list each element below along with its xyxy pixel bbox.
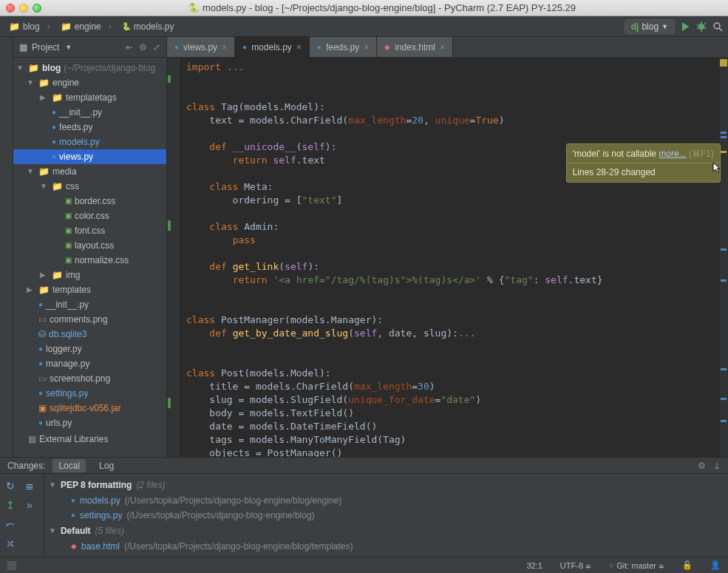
main-toolbar: 📁blog 📁engine 🐍models.py dj blog ▼ xyxy=(0,16,728,37)
library-icon: ▦ xyxy=(28,432,36,447)
close-tab-icon[interactable]: × xyxy=(440,42,445,52)
css-file-icon: ▣ xyxy=(65,223,72,238)
run-icon[interactable] xyxy=(679,21,691,33)
window-title: 🐍 models.py - blog - [~/Projects/django-… xyxy=(41,2,722,13)
tree-item[interactable]: 📁engine xyxy=(13,75,166,90)
python-file-icon: ● xyxy=(242,43,247,51)
breadcrumb-item[interactable]: 📁engine xyxy=(56,20,116,33)
minimize-window-icon[interactable] xyxy=(19,4,28,13)
svg-point-1 xyxy=(714,23,720,29)
commit-icon[interactable]: ↥ xyxy=(3,498,18,512)
python-file-icon: ● xyxy=(52,120,56,135)
changelist-item[interactable]: ●settings.py (/Users/topka/Projects/djan… xyxy=(44,508,728,523)
editor-tab[interactable]: ◆index.html× xyxy=(377,37,453,57)
close-tab-icon[interactable]: × xyxy=(364,42,369,52)
editor-tab[interactable]: ●feeds.py× xyxy=(310,37,377,57)
tree-item[interactable]: 📁templates xyxy=(13,282,166,297)
breadcrumb-item[interactable]: 🐍models.py xyxy=(118,20,186,33)
breadcrumb: 📁blog 📁engine 🐍models.py xyxy=(4,20,186,33)
changelist-group[interactable]: ▼Default (5 files) xyxy=(44,523,728,539)
caret-position[interactable]: 32:1 xyxy=(526,561,542,570)
tooltip-more-link[interactable]: more... xyxy=(659,149,686,159)
tree-item[interactable]: ▣layout.css xyxy=(13,238,166,253)
close-tab-icon[interactable]: × xyxy=(222,42,227,52)
tree-item[interactable]: ●feeds.py xyxy=(13,120,166,135)
tree-item[interactable]: ●logger.py xyxy=(13,342,166,356)
code-area[interactable]: import ... class Tag(models.Model): text… xyxy=(180,58,719,457)
python-file-icon: ● xyxy=(174,43,179,51)
changes-title: Changes: xyxy=(7,461,45,471)
folder-icon: 📁 xyxy=(52,90,63,105)
html-file-icon: ◆ xyxy=(71,540,77,553)
maximize-window-icon[interactable] xyxy=(33,4,41,13)
folder-icon: 📁 xyxy=(61,21,72,32)
tree-item[interactable]: ▣color.css xyxy=(13,208,166,223)
tree-item[interactable]: ▣border.css xyxy=(13,194,166,208)
status-bar: 32:1 UTF-8 ≑ ⑂ Git: master ≑ 🔓 👤 xyxy=(0,557,728,573)
css-file-icon: ▣ xyxy=(65,208,72,223)
run-config-dropdown[interactable]: dj blog ▼ xyxy=(625,19,675,34)
external-libraries[interactable]: ▦ External Libraries xyxy=(13,432,166,447)
lock-icon[interactable]: 🔓 xyxy=(682,560,693,570)
window-controls xyxy=(6,4,41,13)
tree-item[interactable]: ▣font.css xyxy=(13,223,166,238)
refresh-icon[interactable]: ↻ xyxy=(3,478,18,493)
editor-body[interactable]: import ... class Tag(models.Model): text… xyxy=(167,58,728,457)
tree-item[interactable]: 📁css xyxy=(13,179,166,194)
sidebar-title: Project xyxy=(32,42,59,52)
tree-item[interactable]: 📁media xyxy=(13,164,166,179)
gear-icon[interactable]: ⚙ xyxy=(698,461,706,471)
revert-icon[interactable]: ⤺ xyxy=(3,517,18,532)
changelist-icon[interactable]: ≣ xyxy=(22,478,37,493)
tree-item[interactable]: ●views.py xyxy=(13,149,166,164)
tree-item[interactable]: ▭comments.png xyxy=(13,312,166,327)
close-window-icon[interactable] xyxy=(6,4,15,13)
gear-icon[interactable]: ⚙ xyxy=(139,42,147,52)
collapse-icon[interactable]: ⇤ xyxy=(126,42,133,52)
changes-header: Changes: Local Log ⚙ ⤓ xyxy=(0,458,728,474)
tree-item[interactable]: 📁templatetags xyxy=(13,90,166,105)
changelist-item[interactable]: ◆base.html (/Users/topka/Projects/django… xyxy=(44,539,728,554)
editor-tab[interactable]: ●views.py× xyxy=(167,37,235,57)
jar-file-icon: ▣ xyxy=(38,401,47,416)
changes-tab-local[interactable]: Local xyxy=(52,459,86,472)
tree-item[interactable]: ●__init__.py xyxy=(13,297,166,312)
tree-item[interactable]: ●settings.py xyxy=(13,386,166,401)
python-file-icon: ● xyxy=(38,356,43,371)
tree-item[interactable]: 📁img xyxy=(13,268,166,282)
tree-item[interactable]: ⛁db.sqlite3 xyxy=(13,327,166,342)
status-indicator-icon[interactable] xyxy=(7,561,16,570)
sidebar-header[interactable]: ▦ Project ▼ ⇤ ⚙ ⤢ xyxy=(13,37,166,58)
tree-item[interactable]: ●urls.py xyxy=(13,416,166,430)
changelist-item[interactable]: ⛁db.sqlite3 (/Users/topka/Projects/djang… xyxy=(44,554,728,557)
vcs-branch[interactable]: ⑂ Git: master ≑ xyxy=(609,561,664,570)
changes-panel: Changes: Local Log ⚙ ⤓ ↻ ↥ ⤺ ⤮ ≣ » ▼PEP … xyxy=(0,457,728,557)
left-tool-strip[interactable] xyxy=(0,37,13,457)
chevron-down-icon: ▼ xyxy=(661,23,668,30)
debug-icon[interactable] xyxy=(695,21,707,33)
marker-bar[interactable] xyxy=(719,58,728,457)
hide-icon[interactable]: ⤢ xyxy=(153,42,160,52)
tree-item[interactable]: ▭screenshot.png xyxy=(13,371,166,386)
tree-item[interactable]: ●manage.py xyxy=(13,356,166,371)
tree-item[interactable]: ▣sqlitejdbc-v056.jar xyxy=(13,401,166,416)
tree-item[interactable]: ●__init__.py xyxy=(13,105,166,120)
changelist-group[interactable]: ▼PEP 8 formatting (2 files) xyxy=(44,477,728,493)
tree-item[interactable]: ●models.py xyxy=(13,135,166,149)
changelist-item[interactable]: ●models.py (/Users/topka/Projects/django… xyxy=(44,493,728,508)
folder-icon: 📁 xyxy=(9,21,20,32)
encoding-selector[interactable]: UTF-8 ≑ xyxy=(560,561,591,570)
changes-tab-log[interactable]: Log xyxy=(93,459,120,472)
editor-gutter[interactable] xyxy=(167,58,180,457)
tree-root[interactable]: 📁 blog (~/Projects/django-blog xyxy=(13,61,166,75)
hector-icon[interactable]: 👤 xyxy=(710,560,721,570)
hide-icon[interactable]: ⤓ xyxy=(713,461,721,471)
folder-icon: 📁 xyxy=(52,179,63,194)
tree-item[interactable]: ▣normalize.css xyxy=(13,253,166,268)
search-icon[interactable] xyxy=(712,21,724,33)
editor-tab[interactable]: ●models.py× xyxy=(235,37,310,57)
breadcrumb-item[interactable]: 📁blog xyxy=(4,20,55,33)
diff-icon[interactable]: ⤮ xyxy=(3,536,18,551)
close-tab-icon[interactable]: × xyxy=(296,42,302,52)
expand-icon[interactable]: » xyxy=(22,498,37,512)
